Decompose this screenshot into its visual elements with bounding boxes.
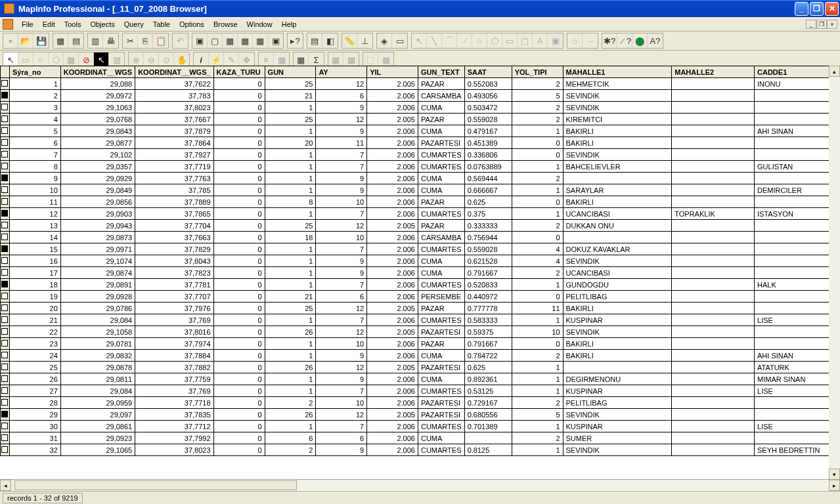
zoom-out-icon[interactable]: ⊖ (144, 52, 159, 67)
table-row[interactable]: 2629,081137,77590192.006CUMA0.8923611DEG… (1, 373, 840, 385)
table-cell[interactable]: 1 (265, 421, 316, 432)
table-row[interactable]: 529,084337,78790192.006CUMA0.4791671BAKI… (1, 125, 840, 137)
table-cell[interactable]: 0 (213, 362, 265, 373)
table-cell[interactable] (672, 421, 755, 432)
table-cell[interactable]: 29,0891 (60, 279, 135, 291)
table-cell[interactable] (755, 173, 840, 184)
table-cell[interactable]: 29,0943 (60, 220, 135, 232)
table-row[interactable]: 2329,078137,797401102.006PAZAR0.7916670B… (1, 338, 840, 350)
table-cell[interactable]: 26 (9, 373, 60, 385)
arrow-tool-icon[interactable]: ↖ (412, 33, 427, 48)
calc-icon[interactable]: ▦ (294, 52, 309, 67)
table-row[interactable]: 629,087737,7864020112.006PAZARTESI0.4513… (1, 137, 840, 149)
table-cell[interactable]: 37,7704 (135, 220, 213, 232)
table-cell[interactable]: SEVINDIK (563, 90, 672, 102)
table-cell[interactable]: 37,7707 (135, 291, 213, 303)
set-target-icon[interactable]: ▦ (328, 52, 343, 67)
table-cell[interactable]: 11 (512, 303, 563, 314)
layer-icon[interactable]: ≡ (259, 52, 274, 67)
table-cell[interactable] (672, 137, 755, 149)
table-cell[interactable]: 2.005 (367, 409, 418, 421)
table-cell[interactable]: 1 (265, 279, 316, 291)
row-selector[interactable] (1, 432, 10, 444)
table-cell[interactable]: 9 (316, 267, 367, 279)
table-cell[interactable]: PAZARTESI (418, 397, 464, 409)
table-cell[interactable] (672, 220, 755, 232)
table-cell[interactable]: 3 (9, 102, 60, 114)
table-cell[interactable]: 17 (9, 267, 60, 279)
table-cell[interactable]: 22 (9, 326, 60, 338)
table-cell[interactable]: 0 (512, 137, 563, 149)
table-cell[interactable]: 37,7882 (135, 362, 213, 373)
table-cell[interactable]: 29,0959 (60, 397, 135, 409)
table-cell[interactable]: UCANCIBASI (563, 267, 672, 279)
table-cell[interactable]: 0 (213, 350, 265, 362)
table-cell[interactable]: 37,8016 (135, 326, 213, 338)
table-cell[interactable] (755, 291, 840, 303)
row-selector[interactable] (1, 421, 10, 432)
table-cell[interactable]: 2.006 (367, 432, 418, 444)
table-cell[interactable]: 25 (265, 303, 316, 314)
table-cell[interactable]: 25 (265, 78, 316, 90)
table-cell[interactable]: DUKKAN ONU (563, 220, 672, 232)
table-cell[interactable]: 29,102 (60, 149, 135, 161)
clone-icon[interactable]: ▣ (268, 33, 283, 48)
scroll-up-icon[interactable]: ▴ (829, 66, 840, 77)
table-cell[interactable]: 2.005 (367, 303, 418, 314)
table-cell[interactable]: 0.777778 (464, 303, 512, 314)
table-cell[interactable] (755, 326, 840, 338)
table-cell[interactable]: 2.006 (367, 397, 418, 409)
table-cell[interactable]: 6 (316, 291, 367, 303)
row-selector[interactable] (1, 102, 10, 114)
select-icon[interactable]: ↖ (3, 52, 18, 67)
table-cell[interactable]: 37,7823 (135, 267, 213, 279)
table-cell[interactable]: 2.006 (367, 255, 418, 267)
table-cell[interactable]: 29,1065 (60, 444, 135, 456)
table-cell[interactable]: 12 (316, 78, 367, 90)
table-cell[interactable]: 20 (9, 303, 60, 314)
table-row[interactable]: 2729,08437,7690172.006CUMARTES0.531251KU… (1, 385, 840, 397)
table-cell[interactable] (672, 314, 755, 326)
table-row[interactable]: 1929,092837,770702162.006PERSEMBE0.44097… (1, 291, 840, 303)
table-row[interactable]: 1129,085637,788908102.006PAZAR0.6250BAKI… (1, 196, 840, 208)
column-header[interactable]: GUN (265, 66, 316, 78)
line-style-icon[interactable]: ⟋? (617, 33, 632, 48)
table-cell[interactable]: 30 (9, 421, 60, 432)
table-cell[interactable]: 29,1063 (60, 102, 135, 114)
table-cell[interactable] (672, 397, 755, 409)
column-header[interactable]: YIL (367, 66, 418, 78)
table-row[interactable]: 2029,078637,7976025122.005PAZAR0.7777781… (1, 303, 840, 314)
region-style-icon[interactable]: ⬤ (632, 33, 648, 48)
column-header[interactable]: GUN_TEXT (418, 66, 464, 78)
table-cell[interactable]: 28 (9, 397, 60, 409)
row-selector[interactable] (1, 114, 10, 125)
table-cell[interactable]: 2.005 (367, 326, 418, 338)
column-header[interactable]: MAHALLE2 (672, 66, 755, 78)
table-cell[interactable]: HALK (755, 279, 840, 291)
column-header[interactable]: AY (316, 66, 367, 78)
table-cell[interactable]: 29 (9, 409, 60, 421)
table-cell[interactable]: 0 (213, 279, 265, 291)
table-cell[interactable]: 2.006 (367, 196, 418, 208)
table-cell[interactable]: 10 (316, 338, 367, 350)
scroll-down-icon[interactable]: ▾ (829, 469, 840, 480)
table-cell[interactable]: BAHCELIEVLER (563, 161, 672, 173)
table-cell[interactable]: 2.005 (367, 114, 418, 125)
table-cell[interactable]: 12 (316, 303, 367, 314)
table-cell[interactable]: AHI SINAN (755, 350, 840, 362)
table-cell[interactable]: 0 (213, 373, 265, 385)
table-cell[interactable]: 2.006 (367, 338, 418, 350)
table-cell[interactable]: 1 (265, 184, 316, 196)
table-cell[interactable]: 37,785 (135, 184, 213, 196)
table-cell[interactable]: CUMA (418, 173, 464, 184)
text-icon[interactable]: A (533, 33, 548, 48)
table-cell[interactable]: 24 (9, 350, 60, 362)
table-cell[interactable]: 29,097 (60, 409, 135, 421)
table-cell[interactable] (672, 385, 755, 397)
column-header[interactable]: KOORDINAT__WGS (60, 66, 135, 78)
column-header[interactable]: MAHALLE1 (563, 66, 672, 78)
row-selector[interactable] (1, 196, 10, 208)
print-icon[interactable]: 🖶 (103, 33, 118, 48)
table-cell[interactable]: UCANCIBASI (563, 208, 672, 220)
table-cell[interactable]: 7 (316, 161, 367, 173)
